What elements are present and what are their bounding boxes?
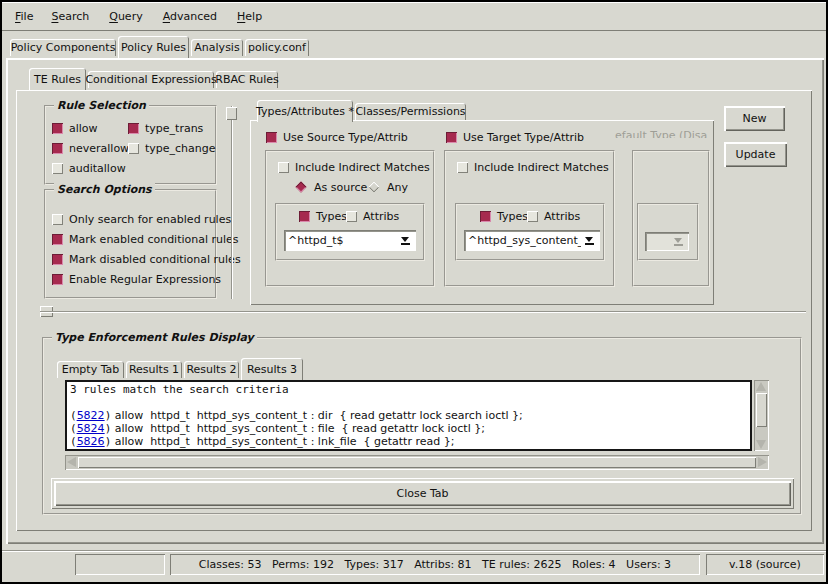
checkbox-indicator [446,132,457,143]
tab-te-rules[interactable]: TE Rules [29,68,86,90]
default-type-frame [632,150,710,287]
update-button[interactable]: Update [724,142,787,167]
scroll-left-icon[interactable] [67,457,76,467]
tab-results-1[interactable]: Results 1 [126,361,182,378]
tab-empty-tab[interactable]: Empty Tab [57,361,124,378]
scroll-up-icon[interactable] [756,382,766,391]
checkbox-indicator [52,123,63,134]
checkbox-indicator [527,211,538,222]
types-attributes-tab-bar: Types/Attributes * Classes/Permissions [250,100,714,122]
checkbox-indicator [128,123,139,134]
results-tab-bar: Empty Tab Results 1 Results 2 Results 3 [44,355,800,380]
types-attributes-notebook: Types/Attributes * Classes/Permissions U… [250,100,714,305]
policy-version: v.18 (source) [729,558,801,571]
status-spare-box [75,554,165,575]
checkbox-indicator [52,234,63,245]
checkbox-indicator [278,162,289,173]
target-type-combobox[interactable]: ^httpd_sys_content_t$ [464,230,600,251]
checkbox-use-source[interactable]: Use Source Type/Attrib [266,131,408,144]
rule-id-link[interactable]: 5822 [77,409,105,422]
results-group: Type Enforcement Rules Display Empty Tab… [42,337,802,515]
default-type-inner-frame [637,203,699,261]
checkbox-indicator [52,254,63,265]
checkbox-target-indirect[interactable]: Include Indirect Matches [457,161,609,174]
tab-policy-conf[interactable]: policy.conf [245,39,309,56]
radio-as-source[interactable]: As source [295,181,367,194]
checkbox-indicator [480,211,491,222]
results-horizontal-scrollbar[interactable] [65,455,769,470]
scroll-down-icon[interactable] [756,440,766,449]
rule-id-link[interactable]: 5824 [77,422,105,435]
rule-line: (5824) allow httpd_t httpd_sys_content_t… [70,422,747,435]
tab-rbac-rules[interactable]: RBAC Rules [216,71,278,88]
radio-any[interactable]: Any [368,181,408,194]
tab-analysis[interactable]: Analysis [191,39,243,56]
checkbox-allow[interactable]: allow [52,122,98,135]
close-tab-frame: Close Tab [51,478,794,509]
checkbox-use-target[interactable]: Use Target Type/Attrib [446,131,584,144]
default-type-label: efault Type (Disa [615,124,712,138]
tab-results-2[interactable]: Results 2 [184,361,239,378]
checkbox-indicator [128,143,139,154]
close-tab-button[interactable]: Close Tab [54,481,791,506]
source-frame: Include Indirect Matches As source Any T… [265,150,435,287]
tab-classes-permissions[interactable]: Classes/Permissions [355,103,466,120]
results-summary: 3 rules match the search criteria [70,383,747,396]
checkbox-source-indirect[interactable]: Include Indirect Matches [278,161,430,174]
checkbox-only-enabled[interactable]: Only search for enabled rules [52,213,231,226]
rule-line: (5822) allow httpd_t httpd_sys_content_t… [70,409,747,422]
rule-tab-bar: TE Rules Conditional Expressions RBAC Ru… [16,68,812,90]
menu-advanced[interactable]: Advanced [160,8,220,25]
checkbox-regex[interactable]: Enable Regular Expressions [52,273,221,286]
checkbox-neverallow[interactable]: neverallow [52,142,129,155]
results-vertical-scrollbar[interactable] [754,380,769,451]
checkbox-source-types[interactable]: Types [299,210,347,223]
main-tab-bar: Policy Components Policy Rules Analysis … [2,36,826,58]
te-rules-panel: Rule Selection allow type_trans neverall… [16,90,812,531]
checkbox-indicator [52,214,63,225]
tab-results-3[interactable]: Results 3 [241,358,303,380]
scrollbar-thumb[interactable] [756,393,767,427]
policy-stats: Classes: 53 Perms: 192 Types: 317 Attrib… [199,558,671,571]
dropdown-arrow-icon [670,235,686,249]
search-options-title: Search Options [54,183,155,196]
results-text-area[interactable]: 3 rules match the search criteria (5822)… [65,380,752,451]
menu-file[interactable]: File [12,8,36,25]
checkbox-source-attribs[interactable]: Attribs [346,210,399,223]
new-button[interactable]: New [724,106,785,131]
rule-selection-group: Rule Selection allow type_trans neverall… [44,105,217,185]
policy-rules-panel: TE Rules Conditional Expressions RBAC Ru… [6,58,824,544]
vertical-sash-handle[interactable] [226,107,237,120]
checkbox-indicator [52,143,63,154]
menu-query[interactable]: Query [106,8,145,25]
checkbox-indicator [346,211,357,222]
checkbox-type-trans[interactable]: type_trans [128,122,203,135]
horizontal-sash [40,311,806,313]
radio-indicator [295,181,308,194]
target-type-frame: Types Attribs ^httpd_sys_content_t$ [455,203,605,261]
checkbox-mark-enabled[interactable]: Mark enabled conditional rules [52,233,239,246]
checkbox-target-attribs[interactable]: Attribs [527,210,580,223]
rule-id-link[interactable]: 5826 [77,435,105,448]
default-type-combobox [645,232,689,251]
menu-help[interactable]: Help [234,8,265,25]
checkbox-auditallow[interactable]: auditallow [52,162,126,175]
scroll-right-icon[interactable] [758,457,767,467]
source-type-combobox[interactable]: ^httpd_t$ [284,230,416,251]
app-window: File Search Query Advanced Help Policy C… [0,0,828,584]
checkbox-mark-disabled[interactable]: Mark disabled conditional rules [52,253,241,266]
checkbox-type-change[interactable]: type_change [128,142,216,155]
checkbox-indicator [52,163,63,174]
checkbox-target-types[interactable]: Types [480,210,528,223]
checkbox-indicator [266,132,277,143]
scrollbar-thumb[interactable] [78,457,756,468]
target-frame: Include Indirect Matches Types Attribs ^… [444,150,615,287]
tab-policy-components[interactable]: Policy Components [10,39,116,56]
tab-conditional-expressions[interactable]: Conditional Expressions [88,71,214,88]
vertical-sash [231,106,233,299]
tab-types-attributes[interactable]: Types/Attributes * [257,100,353,122]
rule-selection-title: Rule Selection [54,99,149,112]
tab-policy-rules[interactable]: Policy Rules [118,36,189,58]
menu-search[interactable]: Search [48,8,92,25]
dropdown-arrow-icon [397,234,413,248]
